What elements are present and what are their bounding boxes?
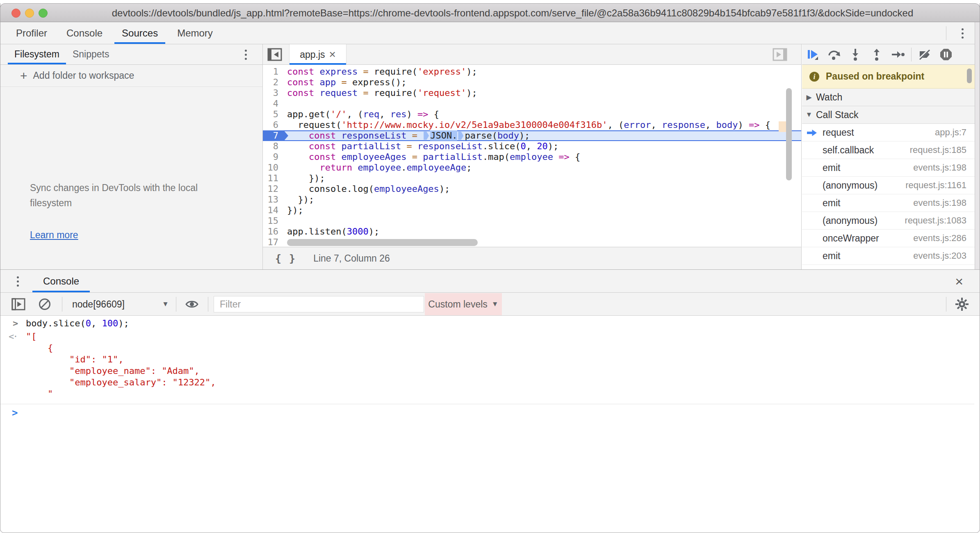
code-line-3: 3const request = require('request'); — [263, 88, 801, 98]
call-stack-frame[interactable]: requestapp.js:7 — [802, 124, 975, 141]
step-over-button[interactable] — [823, 46, 845, 63]
code-text: app.listen(3000); — [287, 226, 379, 237]
code-line-12: 12 console.log(employeeAges); — [263, 184, 801, 194]
close-drawer-icon[interactable]: × — [955, 273, 963, 289]
console-tab[interactable]: Console — [32, 270, 90, 292]
watch-section-header[interactable]: ▶ Watch — [802, 89, 975, 106]
main-menu-kebab-icon[interactable] — [957, 26, 968, 40]
step-button[interactable] — [887, 46, 909, 63]
close-tab-icon[interactable]: × — [329, 50, 336, 59]
editor-vertical-scrollbar[interactable] — [786, 88, 792, 180]
navigator-pane: FilesystemSnippets + Add folder to works… — [0, 44, 263, 269]
add-folder-button[interactable]: + Add folder to workspace — [0, 65, 262, 87]
deactivate-breakpoints-button[interactable] — [914, 46, 935, 63]
clear-console-button[interactable] — [38, 293, 51, 316]
input-chevron-icon: > — [13, 318, 18, 329]
settings-gear-icon[interactable] — [955, 293, 969, 316]
caret-position: Line 7, Column 26 — [313, 253, 390, 264]
line-number-5[interactable]: 5 — [263, 109, 284, 120]
debugger-toolbar — [802, 44, 975, 65]
console-header: Console × — [0, 270, 980, 293]
pretty-print-icon[interactable]: { } — [275, 253, 296, 264]
call-stack-list: requestapp.js:7self.callbackrequest.js:1… — [802, 124, 975, 265]
console-result-text: "[ { "id": "1", "employee_name": "Adam",… — [26, 331, 216, 400]
code-line-9: 9 const employeeAges = partialList.map(e… — [263, 152, 801, 162]
code-line-10: 10 return employee.employeeAge; — [263, 162, 801, 173]
message-separator — [0, 404, 974, 404]
pause-on-exceptions-button[interactable] — [935, 46, 957, 63]
navigator-tab-filesystem[interactable]: Filesystem — [8, 44, 66, 64]
sidebar-scrollbar[interactable] — [967, 68, 972, 83]
console-drawer: Console × node[96609] — [0, 269, 980, 533]
code-line-7: 7 const responseList = JSON.parse(body); — [263, 130, 801, 141]
editor-horizontal-scrollbar[interactable] — [287, 239, 478, 246]
line-number-11[interactable]: 11 — [263, 173, 284, 184]
code-text: const employeeAges = partialList.map(emp… — [287, 152, 580, 162]
sync-description: Sync changes in DevTools with the local … — [30, 180, 214, 211]
call-stack-frame[interactable]: (anonymous)request.js:1083 — [802, 212, 975, 230]
titlebar: devtools://devtools/bundled/js_app.html?… — [0, 3, 980, 22]
code-area[interactable]: 1const express = require('express');2con… — [263, 65, 801, 247]
console-prompt-chevron[interactable]: > — [12, 407, 18, 419]
console-menu-kebab-icon[interactable] — [12, 274, 23, 288]
navigator-menu-kebab-icon[interactable] — [240, 48, 251, 61]
resume-button[interactable] — [802, 46, 823, 63]
call-stack-frame[interactable]: emitevents.js:198 — [802, 194, 975, 212]
execution-position-marker-icon[interactable] — [458, 132, 463, 140]
line-number-7[interactable]: 7 — [263, 130, 288, 141]
line-number-9[interactable]: 9 — [263, 152, 284, 162]
step-into-button[interactable] — [845, 46, 866, 63]
tab-console[interactable]: Console — [57, 22, 112, 44]
line-number-8[interactable]: 8 — [263, 141, 284, 152]
code-text: }); — [287, 194, 314, 205]
frame-function-name: self.callback — [823, 145, 874, 156]
line-number-6[interactable]: 6 — [263, 120, 284, 130]
call-stack-frame[interactable]: emitevents.js:203 — [802, 247, 975, 265]
divider — [62, 297, 62, 312]
call-stack-frame[interactable]: (anonymous)request.js:1161 — [802, 177, 975, 194]
execution-context-selector[interactable]: node[96609] — [72, 293, 125, 316]
paused-banner: i Paused on breakpoint — [802, 65, 975, 89]
call-stack-frame[interactable]: emitevents.js:198 — [802, 159, 975, 177]
tab-sources[interactable]: Sources — [113, 22, 167, 44]
filter-input[interactable] — [214, 296, 424, 312]
learn-more-link[interactable]: Learn more — [30, 230, 78, 241]
tab-memory[interactable]: Memory — [168, 22, 222, 44]
live-expression-eye-icon[interactable] — [185, 293, 199, 316]
context-dropdown-icon[interactable]: ▼ — [162, 293, 169, 316]
code-text: }); — [287, 205, 303, 216]
show-debugger-pane-icon[interactable] — [772, 47, 788, 62]
current-frame-arrow-icon — [807, 130, 817, 136]
code-line-11: 11 }); — [263, 173, 801, 184]
line-number-10[interactable]: 10 — [263, 162, 284, 173]
hide-navigator-icon[interactable] — [267, 47, 283, 62]
line-number-12[interactable]: 12 — [263, 184, 284, 194]
custom-levels-button[interactable]: Custom levels ▼ — [425, 293, 502, 315]
editor-status-bar: { } Line 7, Column 26 — [263, 247, 801, 269]
code-line-15: 15 — [263, 216, 801, 226]
line-number-15[interactable]: 15 — [263, 216, 284, 226]
console-sidebar-toggle[interactable] — [11, 293, 26, 316]
line-number-3[interactable]: 3 — [263, 88, 284, 98]
line-number-16[interactable]: 16 — [263, 226, 284, 237]
execution-position-marker-icon[interactable] — [424, 132, 429, 140]
dropdown-icon: ▼ — [492, 300, 499, 308]
code-line-5: 5app.get('/', (req, res) => { — [263, 109, 801, 120]
step-out-button[interactable] — [866, 46, 887, 63]
line-number-14[interactable]: 14 — [263, 205, 284, 216]
line-number-1[interactable]: 1 — [263, 66, 284, 77]
call-stack-frame[interactable]: onceWrapperevents.js:286 — [802, 230, 975, 247]
line-number-13[interactable]: 13 — [263, 194, 284, 205]
call-stack-frame[interactable]: self.callbackrequest.js:185 — [802, 141, 975, 159]
line-number-2[interactable]: 2 — [263, 77, 284, 88]
call-stack-section-header[interactable]: ▼ Call Stack — [802, 106, 975, 124]
line-number-17[interactable]: 17 — [263, 237, 284, 247]
frame-location: events.js:286 — [913, 233, 966, 244]
frame-function-name: request — [823, 127, 854, 138]
line-number-4[interactable]: 4 — [263, 98, 284, 109]
editor-tab-appjs[interactable]: app.js × — [289, 44, 346, 65]
paused-scope-marker — [779, 121, 786, 132]
custom-levels-label: Custom levels — [428, 299, 487, 310]
navigator-tab-snippets[interactable]: Snippets — [66, 44, 116, 64]
tab-profiler[interactable]: Profiler — [7, 22, 56, 44]
